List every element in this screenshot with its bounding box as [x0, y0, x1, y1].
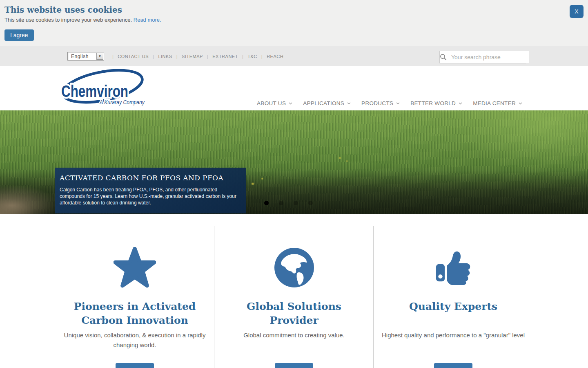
carousel-dot-4[interactable]	[308, 201, 313, 205]
hero-slide-caption[interactable]: ACTIVATED CARBON FOR PFOS AND PFOA Calgo…	[55, 168, 246, 213]
chevron-down-icon	[459, 102, 462, 105]
search-box	[439, 51, 526, 63]
separator: |	[207, 54, 208, 59]
search-input[interactable]	[447, 51, 529, 63]
separator: |	[112, 54, 114, 59]
feature-cta-button[interactable]	[434, 363, 472, 368]
feature-cta-button[interactable]	[116, 363, 154, 368]
utility-link-reach[interactable]: REACH	[267, 54, 283, 59]
chevron-down-icon	[396, 102, 400, 105]
close-cookie-button[interactable]: X	[570, 5, 584, 18]
chevron-down-icon	[289, 102, 292, 105]
separator: |	[261, 54, 263, 59]
feature-global: Global Solutions Provider Global commitm…	[216, 214, 372, 368]
feature-pioneers: Pioneers in Activated Carbon Innovation …	[57, 214, 212, 368]
logo-text: Chemviron	[61, 82, 128, 100]
cookie-banner: This website uses cookies This site use …	[0, 0, 588, 46]
feature-description: Unique vision, collaboration, & executio…	[57, 330, 212, 350]
globe-icon	[274, 248, 314, 287]
chevron-down-icon	[347, 102, 351, 105]
hero-carousel: ACTIVATED CARBON FOR PFOS AND PFOA Calgo…	[0, 110, 588, 214]
read-more-link[interactable]: Read more.	[134, 17, 161, 23]
nav-media-center[interactable]: MEDIA CENTER	[473, 100, 522, 106]
nav-applications[interactable]: APPLICATIONS	[303, 100, 351, 106]
carousel-dot-2[interactable]	[279, 201, 283, 205]
carousel-dot-1[interactable]	[264, 201, 269, 205]
feature-icon-wrap	[57, 235, 212, 300]
cookie-message-text: This site use cookies to improve your we…	[4, 17, 134, 23]
separator: |	[153, 54, 154, 59]
search-submit[interactable]	[440, 51, 447, 63]
thumbs-up-icon	[434, 247, 472, 288]
nav-label: APPLICATIONS	[303, 100, 344, 106]
utility-link-extranet[interactable]: EXTRANET	[212, 54, 238, 59]
nav-label: BETTER WORLD	[410, 100, 456, 106]
column-divider	[373, 226, 374, 368]
site-header: Chemviron A Kuraray Company ABOUT US APP…	[0, 66, 588, 110]
utility-links: | CONTACT-US | LINKS | SITEMAP | EXTRANE…	[108, 46, 283, 66]
utility-link-sitemap[interactable]: SITEMAP	[182, 54, 203, 59]
chevron-down-icon	[519, 102, 522, 105]
dropdown-arrow-icon[interactable]: ▼	[96, 53, 103, 60]
feature-icon-wrap	[376, 235, 531, 300]
utility-link-contact-us[interactable]: CONTACT-US	[118, 54, 149, 59]
nav-better-world[interactable]: BETTER WORLD	[410, 100, 462, 106]
feature-title: Global Solutions Provider	[216, 300, 372, 328]
language-selected-value: English	[68, 54, 96, 59]
main-nav: ABOUT US APPLICATIONS PRODUCTS BETTER WO…	[257, 100, 522, 106]
nav-label: PRODUCTS	[361, 100, 393, 106]
carousel-dots	[264, 201, 313, 205]
feature-cta-button[interactable]	[275, 363, 313, 368]
hero-slide-text: Calgon Carbon has been treating PFOA, PF…	[60, 186, 240, 206]
logo-tagline: A Kuraray Company	[99, 99, 145, 105]
column-divider	[214, 226, 214, 368]
chemviron-logo[interactable]: Chemviron A Kuraray Company	[60, 68, 147, 108]
features-section: Pioneers in Activated Carbon Innovation …	[0, 214, 588, 368]
separator: |	[242, 54, 243, 59]
feature-quality: Quality Experts Highest quality and perf…	[376, 214, 531, 368]
separator: |	[176, 54, 178, 59]
feature-description: Highest quality and performance to a "gr…	[376, 330, 531, 340]
utility-link-links[interactable]: LINKS	[158, 54, 172, 59]
utility-bar: English ▼ | CONTACT-US | LINKS | SITEMAP…	[0, 46, 588, 66]
carousel-dot-3[interactable]	[294, 201, 298, 205]
nav-products[interactable]: PRODUCTS	[361, 100, 400, 106]
hero-slide-title: ACTIVATED CARBON FOR PFOS AND PFOA	[60, 174, 240, 182]
cookie-banner-message: This site use cookies to improve your we…	[4, 17, 161, 23]
nav-about-us[interactable]: ABOUT US	[257, 100, 292, 106]
feature-title: Pioneers in Activated Carbon Innovation	[57, 300, 212, 328]
nav-label: ABOUT US	[257, 100, 286, 106]
utility-link-tc[interactable]: T&C	[247, 54, 257, 59]
search-icon	[440, 54, 447, 61]
feature-description: Global commitment to creating value.	[216, 330, 372, 340]
nav-label: MEDIA CENTER	[473, 100, 516, 106]
agree-button[interactable]: I agree	[4, 29, 34, 41]
language-select[interactable]: English ▼	[67, 52, 104, 61]
cookie-banner-title: This website uses cookies	[4, 5, 122, 15]
feature-icon-wrap	[216, 235, 372, 300]
star-icon	[114, 247, 156, 288]
feature-title: Quality Experts	[376, 300, 531, 314]
